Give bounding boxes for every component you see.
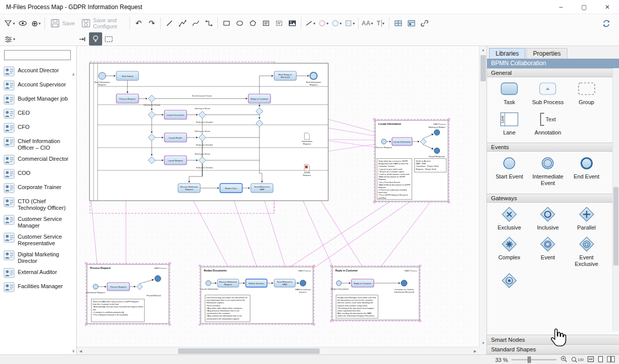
filter-button[interactable]: ▾ xyxy=(3,17,16,30)
task-reply-to-customer[interactable]: Reply to Customer xyxy=(248,94,271,103)
text-cursor-button[interactable]: T▾ xyxy=(374,17,387,30)
main-pool[interactable]: Start Information Request Start Inquiry … xyxy=(90,63,328,201)
task-receive-redaction-request[interactable]: Receive Redaction Request xyxy=(178,184,200,193)
sidebar-item-commercial-director[interactable]: Commercial Director xyxy=(0,153,76,167)
end-event[interactable] xyxy=(300,280,306,286)
zoom-in-button[interactable] xyxy=(560,355,567,364)
end-event[interactable] xyxy=(310,72,317,79)
search-input[interactable] xyxy=(4,50,71,60)
selection-rect-button[interactable] xyxy=(102,32,115,46)
task-redact-docs[interactable]: Redact Docs xyxy=(220,184,242,193)
annotation-redact-documents[interactable]: Data Processing unit redact the document… xyxy=(205,295,250,322)
panel-scroll-thumb[interactable] xyxy=(613,187,618,265)
task-receive-redaction-request-sub[interactable]: Receive Redaction Request xyxy=(217,279,239,287)
annotation-reply-customer[interactable]: Key Account Manager must make sure that … xyxy=(336,295,378,318)
sidebar-item-customer-service-representative[interactable]: Customer Service Representative xyxy=(0,231,76,248)
task-send-material-sub[interactable]: Send Material to KAM xyxy=(274,279,295,287)
end-event[interactable] xyxy=(434,148,440,154)
multi-page-button[interactable] xyxy=(607,356,615,364)
end-event[interactable] xyxy=(434,130,440,135)
section-gateways[interactable]: Gateways xyxy=(487,194,613,203)
start-event[interactable] xyxy=(336,281,341,286)
sidebar-item-budget-manager[interactable]: Budget Manager job xyxy=(0,93,76,107)
maximize-button[interactable]: ▢ xyxy=(572,0,596,14)
line-tool-button[interactable] xyxy=(163,17,176,30)
task-process-request-sub[interactable]: Process Request xyxy=(107,283,129,291)
section-general[interactable]: General xyxy=(487,68,613,77)
highlight-relations-toggle[interactable] xyxy=(89,32,102,46)
sidebar-item-corporate-trainer[interactable]: Corporate Trainer xyxy=(0,181,76,195)
horizontal-scroll-thumb[interactable] xyxy=(178,348,320,354)
sidebar-item-cio[interactable]: Chief Information Officer – CIO xyxy=(0,135,76,153)
connector-tool-button[interactable] xyxy=(202,17,215,30)
library-item-gateway-complex[interactable]: Complex xyxy=(490,236,528,267)
ellipse-tool-button[interactable] xyxy=(233,17,246,30)
sidebar-item-coo[interactable]: COO xyxy=(0,167,76,181)
library-item-lane[interactable]: Lane Lane xyxy=(490,111,528,136)
library-item-group[interactable]: Group xyxy=(567,80,606,106)
sidebar-item-ceo[interactable]: CEO xyxy=(0,107,76,121)
section-standard-shapes[interactable]: Standard Shapes xyxy=(487,345,619,354)
diagram-canvas[interactable]: Start Information Request Start Inquiry … xyxy=(77,46,487,354)
scroll-right-arrow[interactable]: ▶ xyxy=(471,347,479,355)
library-item-end-event[interactable]: End Event xyxy=(567,155,606,186)
start-event[interactable] xyxy=(93,284,98,289)
snap-button[interactable] xyxy=(76,32,89,46)
single-page-button[interactable] xyxy=(598,356,603,364)
task-start-inquiry[interactable]: Start Inquiry xyxy=(116,71,139,80)
sync-button[interactable] xyxy=(600,17,613,30)
section-events[interactable]: Events xyxy=(487,143,613,152)
diagram-settings-button[interactable]: ▾ xyxy=(3,32,16,46)
textframe-tool-button[interactable] xyxy=(273,17,286,30)
sidebar-item-customer-service-manager[interactable]: Customer Service Manager xyxy=(0,213,76,231)
grid-view-button[interactable] xyxy=(391,17,405,30)
library-item-intermediate-event[interactable]: Intermediate Event xyxy=(528,155,567,186)
scroll-up-icon[interactable]: ∧ xyxy=(72,72,75,77)
task-reply-to-customer-sub[interactable]: Reply to Customer xyxy=(351,279,374,287)
task-process-request[interactable]: Process Request xyxy=(116,94,139,103)
sidebar-item-digital-marketing-director[interactable]: Digital Marketing Director xyxy=(0,248,76,266)
panel-scrollbar[interactable] xyxy=(612,69,619,331)
font-case-button[interactable]: AA▾ xyxy=(361,17,374,30)
library-item-gateway-parallel[interactable]: Parallel xyxy=(567,206,606,231)
library-item-gateway-exclusive[interactable]: Exclusive xyxy=(490,206,528,231)
task-mark-reply[interactable]: Mark Reply as Received xyxy=(274,71,296,80)
sidebar-item-facilities-manager[interactable]: Facilities Manager xyxy=(0,280,76,294)
sidebar-item-external-auditor[interactable]: External Auditor xyxy=(0,266,76,280)
sidebar-item-account-supervisor[interactable]: Account Supervisor xyxy=(0,78,76,93)
scroll-down-icon[interactable]: ∨ xyxy=(72,349,75,353)
rectangle-tool-button[interactable] xyxy=(220,17,233,30)
hyperlink-button[interactable] xyxy=(418,17,431,30)
save-button[interactable]: Save xyxy=(47,16,78,31)
zoom-100-button[interactable]: 100 xyxy=(571,356,584,363)
library-item-gateway-event-exclusive[interactable]: Event Exclusive xyxy=(567,236,606,267)
curve-tool-button[interactable] xyxy=(189,17,202,30)
page-layout-button[interactable] xyxy=(405,17,418,30)
library-item-task[interactable]: Task xyxy=(490,80,528,106)
vertical-scrollbar[interactable]: ▲ ▼ xyxy=(479,46,487,347)
minimize-button[interactable]: – xyxy=(549,0,572,14)
end-event[interactable] xyxy=(401,280,407,286)
tab-properties[interactable]: Properties xyxy=(526,48,567,59)
annotation-process-request[interactable]: Tasks for KAM when they receive a GDPR R… xyxy=(91,299,145,322)
sidebar-item-cfo[interactable]: CFO xyxy=(0,121,76,135)
annotation-locate-tasks[interactable]: Tasks done by a resource GDPR designated… xyxy=(377,158,412,200)
add-button[interactable]: ⊕ ▾ xyxy=(29,17,42,30)
scroll-left-arrow[interactable]: ◀ xyxy=(77,347,84,355)
library-item-start-event[interactable]: Start Event xyxy=(490,155,528,186)
polyline-tool-button[interactable] xyxy=(176,17,189,30)
close-button[interactable]: ✕ xyxy=(596,0,619,14)
tab-libraries[interactable]: Libraries xyxy=(489,48,525,59)
end-event[interactable] xyxy=(155,276,161,282)
library-item-gateway-event[interactable]: Event xyxy=(528,236,567,267)
undo-button[interactable]: ↶ xyxy=(132,17,145,30)
sidebar-item-account-director[interactable]: Account Director xyxy=(0,64,76,78)
library-header[interactable]: BPMN Collaboration xyxy=(487,59,619,68)
zoom-slider[interactable] xyxy=(511,359,557,360)
sidebar-item-cto[interactable]: CTO (Chief Technology Officer) xyxy=(0,195,76,213)
image-tool-button[interactable] xyxy=(286,17,299,30)
start-event[interactable] xyxy=(381,139,386,144)
task-locate-information[interactable]: Locate Information xyxy=(392,138,412,146)
redo-button[interactable]: ↷ xyxy=(145,17,158,30)
line-color-button[interactable]: ▾ xyxy=(330,17,343,30)
